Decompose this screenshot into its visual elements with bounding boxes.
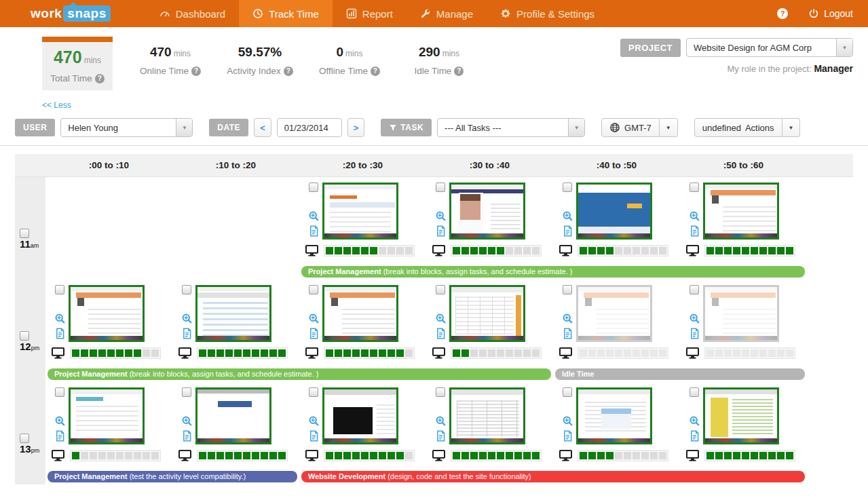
- note-icon[interactable]: [308, 225, 320, 237]
- note-icon[interactable]: [181, 430, 193, 442]
- note-icon[interactable]: [435, 225, 447, 237]
- hour-checkbox[interactable]: [20, 331, 29, 341]
- screenshot-thumbnail[interactable]: [195, 387, 271, 444]
- date-input[interactable]: [277, 118, 342, 137]
- note-icon[interactable]: [308, 328, 320, 339]
- activity-segment: [343, 247, 351, 254]
- screenshot-checkbox[interactable]: [563, 387, 572, 397]
- screenshot-thumbnail[interactable]: [703, 285, 779, 342]
- activity-segment: [588, 452, 596, 459]
- help-icon[interactable]: ?: [95, 74, 105, 83]
- help-icon[interactable]: ?: [191, 66, 201, 76]
- actions-button[interactable]: undefined Actions: [694, 118, 782, 137]
- screenshot-thumbnail[interactable]: [449, 183, 525, 240]
- nav-item-track-time[interactable]: Track Time: [239, 0, 333, 27]
- activity-segment: [497, 452, 504, 459]
- note-icon[interactable]: [435, 430, 447, 442]
- zoom-icon[interactable]: [562, 415, 573, 427]
- zoom-icon[interactable]: [435, 415, 447, 427]
- nav-item-report[interactable]: Report: [333, 0, 407, 27]
- zoom-icon[interactable]: [562, 210, 573, 222]
- screenshot-checkbox[interactable]: [436, 387, 445, 397]
- zoom-icon[interactable]: [689, 313, 700, 324]
- zoom-icon[interactable]: [54, 313, 66, 324]
- zoom-icon[interactable]: [689, 210, 700, 222]
- zoom-icon[interactable]: [689, 415, 700, 427]
- screenshot-checkbox[interactable]: [563, 285, 572, 294]
- help-icon[interactable]: ?: [454, 66, 464, 76]
- help-icon[interactable]: ?: [371, 66, 380, 76]
- hour-checkbox[interactable]: [20, 434, 29, 443]
- screenshot-checkbox[interactable]: [690, 285, 699, 294]
- note-icon[interactable]: [181, 328, 193, 339]
- screenshot-checkbox[interactable]: [690, 183, 699, 192]
- screenshot-checkbox[interactable]: [309, 387, 318, 397]
- note-icon[interactable]: [689, 225, 700, 237]
- task-bar[interactable]: Idle Time: [555, 368, 805, 380]
- user-select[interactable]: Helen Young ▼: [60, 118, 193, 137]
- screenshot-thumbnail[interactable]: [195, 285, 271, 342]
- zoom-icon[interactable]: [181, 313, 193, 324]
- screenshot-thumbnail[interactable]: [576, 183, 652, 240]
- nav-item-manage[interactable]: Manage: [407, 0, 487, 27]
- screenshot-thumbnail[interactable]: [703, 183, 779, 240]
- screenshot-thumbnail[interactable]: [449, 285, 525, 342]
- zoom-icon[interactable]: [562, 313, 573, 324]
- screenshot-thumbnail[interactable]: [69, 387, 145, 444]
- prev-date-button[interactable]: <: [254, 118, 271, 137]
- hour-checkbox[interactable]: [20, 229, 29, 238]
- screenshot-thumbnail[interactable]: [322, 183, 398, 240]
- actions-caret-button[interactable]: ▼: [782, 118, 801, 137]
- note-icon[interactable]: [562, 328, 573, 339]
- screenshot-thumbnail[interactable]: [703, 387, 779, 444]
- note-icon[interactable]: [54, 328, 66, 339]
- screenshot-checkbox[interactable]: [309, 183, 318, 192]
- note-icon[interactable]: [308, 430, 320, 442]
- screenshot-checkbox[interactable]: [55, 387, 64, 397]
- task-bar[interactable]: Project Management (break into blocks, a…: [301, 266, 805, 278]
- task-bar[interactable]: Project Management (test the activity le…: [48, 471, 297, 482]
- note-icon[interactable]: [689, 328, 700, 339]
- screenshot-checkbox[interactable]: [690, 387, 699, 397]
- zoom-icon[interactable]: [181, 415, 193, 427]
- screenshot-checkbox[interactable]: [182, 285, 191, 294]
- logout-button[interactable]: Logout: [808, 8, 853, 19]
- screenshot-thumbnail[interactable]: [576, 387, 652, 444]
- task-select[interactable]: --- All Tasks --- ▼: [437, 118, 585, 137]
- screenshot-thumbnail[interactable]: [322, 387, 398, 444]
- help-icon[interactable]: ?: [777, 8, 788, 19]
- zoom-icon[interactable]: [435, 210, 447, 222]
- timezone-caret-button[interactable]: ▼: [660, 118, 678, 137]
- note-icon[interactable]: [689, 430, 700, 442]
- screenshot-checkbox[interactable]: [309, 285, 318, 294]
- worksnaps-logo[interactable]: work snaps: [31, 5, 111, 22]
- screenshot-checkbox[interactable]: [182, 387, 191, 397]
- nav-item-dashboard[interactable]: Dashboard: [146, 0, 239, 27]
- task-bar[interactable]: Website Development (design, code and te…: [301, 471, 805, 482]
- note-icon[interactable]: [435, 328, 447, 339]
- zoom-icon[interactable]: [54, 415, 66, 427]
- zoom-icon[interactable]: [435, 313, 447, 324]
- next-date-button[interactable]: >: [347, 118, 365, 137]
- screenshot-checkbox[interactable]: [436, 183, 445, 192]
- zoom-icon[interactable]: [308, 415, 320, 427]
- note-icon[interactable]: [562, 430, 573, 442]
- screenshot-thumbnail[interactable]: [69, 285, 145, 342]
- nav-item-profile-settings[interactable]: Profile & Settings: [487, 0, 608, 27]
- help-icon[interactable]: ?: [284, 66, 293, 76]
- note-icon[interactable]: [562, 225, 573, 237]
- project-select[interactable]: Website Design for AGM Corp ▼: [686, 38, 853, 57]
- screenshot-thumbnail[interactable]: [576, 285, 652, 342]
- screenshot-image: [451, 287, 523, 340]
- note-icon[interactable]: [54, 430, 66, 442]
- screenshot-checkbox[interactable]: [563, 183, 572, 192]
- screenshot-checkbox[interactable]: [436, 285, 445, 294]
- screenshot-thumbnail[interactable]: [449, 387, 525, 444]
- zoom-icon[interactable]: [308, 210, 320, 222]
- timezone-button[interactable]: GMT-7: [601, 118, 660, 137]
- zoom-icon[interactable]: [308, 313, 320, 324]
- screenshot-checkbox[interactable]: [55, 285, 64, 294]
- screenshot-thumbnail[interactable]: [322, 285, 398, 342]
- less-link[interactable]: << Less: [42, 100, 71, 110]
- task-bar[interactable]: Project Management (break into blocks, a…: [48, 368, 551, 380]
